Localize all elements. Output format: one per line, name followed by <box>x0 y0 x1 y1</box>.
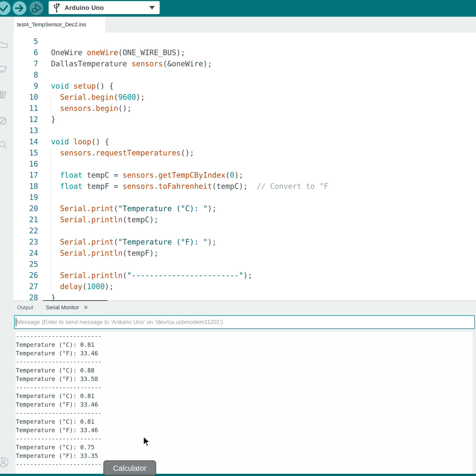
line-number: 16 <box>13 158 38 170</box>
code-text <box>38 259 51 270</box>
code-line[interactable]: 9void setup() { <box>13 80 476 91</box>
line-number: 9 <box>13 80 38 91</box>
code-line[interactable]: 25 <box>13 259 476 270</box>
code-line[interactable]: 12} <box>13 114 476 125</box>
debug-button[interactable] <box>30 1 43 15</box>
serial-line: ------------------------ <box>16 409 473 417</box>
code-text: DallasTemperature sensors(&oneWire); <box>38 58 212 69</box>
code-text: Serial.print("Temperature (°F): "); <box>38 236 217 247</box>
line-number: 19 <box>13 192 38 203</box>
serial-line: ------------------------ <box>16 332 473 340</box>
line-number: 8 <box>13 69 38 80</box>
right-arrow-icon <box>13 1 26 15</box>
code-text: Serial.println(tempF); <box>38 247 158 259</box>
code-line[interactable]: 10 Serial.begin(9600); <box>13 91 476 103</box>
code-text <box>38 225 51 236</box>
serial-line: Temperature (°C): 0.81 <box>16 340 473 349</box>
code-text <box>38 158 51 170</box>
calculator-app-label[interactable]: Calculator <box>103 460 156 476</box>
code-line[interactable]: 11 sensors.begin(); <box>13 103 476 114</box>
line-number: 13 <box>13 125 38 136</box>
sidebar-item-library-manager[interactable] <box>0 89 8 100</box>
mouse-cursor <box>142 436 150 448</box>
bottom-panel: Output Serial Monitor ✕ ----------------… <box>13 300 476 474</box>
code-line[interactable]: 8 <box>13 69 476 80</box>
code-line[interactable]: 26 Serial.println("---------------------… <box>13 270 476 281</box>
code-line[interactable]: 16 <box>13 158 476 170</box>
code-line[interactable]: 21 Serial.println(tempC); <box>13 214 476 225</box>
serial-line: ------------------------ <box>16 434 473 443</box>
code-line[interactable]: 28} <box>13 292 476 300</box>
serial-line: Temperature (°C): 0.81 <box>16 417 473 426</box>
code-line[interactable]: 18 float tempF = sensors.toFahrenheit(te… <box>13 181 476 192</box>
status-bar <box>0 474 476 476</box>
code-line[interactable]: 23 Serial.print("Temperature (°F): "); <box>13 236 476 247</box>
serial-line: Temperature (°F): 33.58 <box>16 375 473 383</box>
code-line[interactable]: 13 <box>13 125 476 136</box>
code-text: Serial.println("------------------------… <box>38 270 252 281</box>
code-text: sensors.requestTemperatures(); <box>38 147 194 158</box>
code-line[interactable]: 5 <box>13 36 476 47</box>
serial-line: Temperature (°C): 0.81 <box>16 392 473 400</box>
line-number: 21 <box>13 214 38 225</box>
code-text: sensors.begin(); <box>38 103 132 114</box>
line-number: 22 <box>13 225 38 236</box>
debug-icon <box>30 1 43 15</box>
line-number: 6 <box>13 47 38 58</box>
serial-line: Temperature (°C): 0.88 <box>16 366 473 375</box>
tab-serial-monitor[interactable]: Serial Monitor <box>46 305 79 311</box>
line-number: 17 <box>13 170 38 181</box>
library-books-icon <box>0 89 8 100</box>
code-line[interactable]: 22 <box>13 225 476 236</box>
code-line[interactable]: 19 <box>13 192 476 203</box>
sidebar-item-boards-manager[interactable] <box>0 64 8 75</box>
sidebar-item-search[interactable] <box>0 140 8 150</box>
code-line[interactable]: 6OneWire oneWire(ONE_WIRE_BUS); <box>13 47 476 58</box>
line-number: 10 <box>13 91 38 103</box>
sidebar-item-debug[interactable] <box>0 116 8 126</box>
code-text: float tempC = sensors.getTempCByIndex(0)… <box>38 170 243 181</box>
code-text <box>38 192 51 203</box>
sidebar-item-account[interactable] <box>0 457 8 467</box>
code-line[interactable]: 24 Serial.println(tempF); <box>13 247 476 259</box>
line-number: 12 <box>13 114 38 125</box>
line-number: 23 <box>13 236 38 247</box>
panel-tabbar: Output Serial Monitor ✕ <box>13 301 476 314</box>
sidebar-item-sketchbook[interactable] <box>0 39 8 50</box>
code-text: } <box>38 292 55 300</box>
code-text <box>38 69 51 80</box>
code-text: float tempF = sensors.toFahrenheit(tempC… <box>38 181 328 192</box>
serial-message-input[interactable] <box>16 319 452 326</box>
serial-message-inputwrap <box>14 315 475 329</box>
code-line[interactable]: 15 sensors.requestTemperatures(); <box>13 147 476 158</box>
tab-sketch[interactable]: test4_TempSensor_Dec2.ino <box>14 17 105 33</box>
checkmark-icon <box>0 1 11 15</box>
code-text: } <box>38 114 55 125</box>
serial-line: ------------------------ <box>16 383 473 392</box>
line-number: 11 <box>13 103 38 114</box>
code-line[interactable]: 20 Serial.print("Temperature (°C): "); <box>13 203 476 214</box>
board-selector-dropdown[interactable]: Arduino Uno <box>49 1 160 14</box>
code-line[interactable]: 27 delay(1000); <box>13 281 476 292</box>
folder-icon <box>0 39 8 50</box>
code-line[interactable]: 17 float tempC = sensors.getTempCByIndex… <box>13 170 476 181</box>
close-icon[interactable]: ✕ <box>84 304 88 311</box>
usb-icon <box>53 2 60 13</box>
code-text: Serial.print("Temperature (°C): "); <box>38 203 217 214</box>
code-editor[interactable]: 56OneWire oneWire(ONE_WIRE_BUS);7DallasT… <box>13 33 476 300</box>
serial-line: Temperature (°F): 33.46 <box>16 400 473 409</box>
code-line[interactable]: 14void loop() { <box>13 136 476 147</box>
upload-button[interactable] <box>13 1 26 15</box>
line-number: 7 <box>13 58 38 69</box>
code-text: delay(1000); <box>38 281 114 292</box>
line-number: 5 <box>13 36 38 47</box>
search-icon <box>0 140 8 150</box>
tab-output[interactable]: Output <box>17 305 33 311</box>
verify-button[interactable] <box>0 1 11 15</box>
line-number: 25 <box>13 259 38 270</box>
line-number: 24 <box>13 247 38 259</box>
serial-monitor-output[interactable]: ------------------------Temperature (°C)… <box>16 332 473 474</box>
account-icon <box>0 457 8 467</box>
code-line[interactable]: 7DallasTemperature sensors(&oneWire); <box>13 58 476 69</box>
code-text: OneWire oneWire(ONE_WIRE_BUS); <box>38 47 185 58</box>
